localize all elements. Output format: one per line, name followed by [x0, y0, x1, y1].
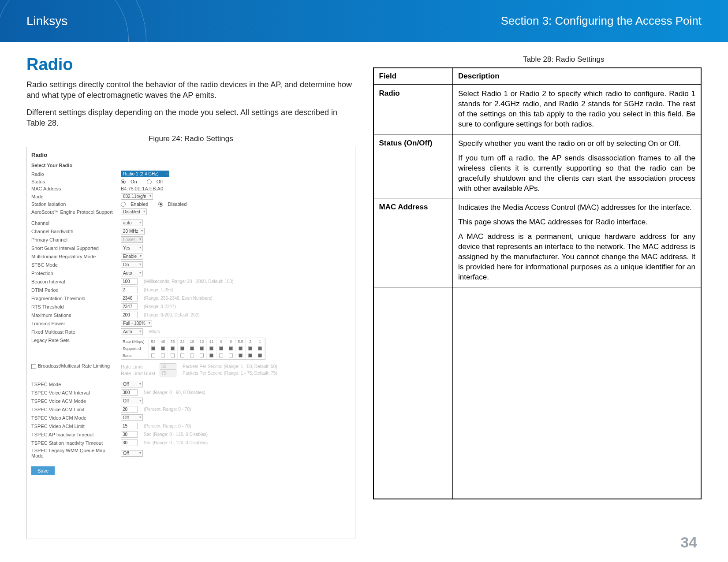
save-button[interactable]: Save — [31, 466, 55, 475]
ss-radio-select[interactable]: Radio 1 (2.4 GHz) — [121, 171, 169, 177]
ss-tspec-voice-acm-label: TSPEC Voice ACM Mode — [31, 398, 117, 404]
ss-rate-limit-input[interactable]: 50 — [160, 363, 176, 370]
page-number: 34 — [680, 534, 697, 551]
ss-heading: Radio — [31, 152, 351, 158]
ss-protection-select[interactable]: Auto — [121, 270, 143, 276]
ss-channel-select[interactable]: auto — [121, 220, 143, 226]
ss-channel-label: Channel — [31, 220, 117, 226]
ss-mac-label: MAC Address — [31, 186, 117, 191]
table-row-empty — [373, 287, 702, 499]
ss-frag-label: Fragmentation Threshold — [31, 296, 117, 301]
ss-tspec-ap-timeout-input[interactable]: 30 — [121, 431, 138, 438]
ss-sgi-select[interactable]: Yes — [121, 245, 143, 251]
ss-tspec-station-timeout-label: TSPEC Station Inactivity Timeout — [31, 440, 117, 446]
ss-tspec-voice-acmlimit-label: TSPEC Voice ACM Limit — [31, 407, 117, 412]
page-heading: Radio — [26, 55, 355, 74]
ss-tspec-voice-acm-select[interactable]: Off — [121, 398, 143, 404]
ss-beacon-label: Beacon Interval — [31, 279, 117, 284]
ss-status-off-radio[interactable] — [147, 179, 152, 184]
ss-txpower-select[interactable]: Full - 100% — [121, 320, 152, 327]
ss-tspec-voice-interval-input[interactable]: 300 — [121, 389, 138, 396]
field-status: Status (On/Off) — [373, 134, 453, 198]
ss-bandwidth-select[interactable]: 20 MHz — [121, 228, 145, 234]
left-column: Radio Radio settings directly control th… — [26, 55, 355, 539]
ss-protection-label: Protection — [31, 271, 117, 276]
ss-maxstations-input[interactable]: 200 — [121, 312, 138, 318]
radio-settings-table: Field Description Radio Select Radio 1 o… — [373, 67, 702, 499]
ss-aeroscout-label: AeroScout™ Engine Protocol Support — [31, 209, 117, 215]
table-row: MAC Address Indicates the Media Access C… — [373, 198, 702, 287]
ss-tspec-label: TSPEC Mode — [31, 382, 117, 387]
ss-tspec-video-acm-select[interactable]: Off — [121, 414, 143, 421]
th-description: Description — [453, 68, 702, 85]
ss-isolation-label: Station Isolation — [31, 201, 117, 207]
ss-sgi-label: Short Guard Interval Supported — [31, 246, 117, 251]
ss-tspec-station-timeout-input[interactable]: 30 — [121, 439, 138, 446]
ss-primary-channel-label: Primary Channel — [31, 237, 117, 242]
intro-paragraph-1: Radio settings directly control the beha… — [26, 79, 355, 101]
ss-tspec-select[interactable]: Off — [121, 381, 143, 387]
ss-tspec-voice-acmlimit-input[interactable]: 20 — [121, 406, 138, 413]
ss-subheading: Select Your Radio — [31, 163, 351, 168]
desc-radio: Select Radio 1 or Radio 2 to specify whi… — [453, 85, 702, 134]
ss-tspec-video-acm-label: TSPEC Video ACM Mode — [31, 415, 117, 421]
ss-stbc-select[interactable]: On — [121, 261, 143, 268]
ss-bandwidth-label: Channel Bandwidth — [31, 229, 117, 234]
ss-beacon-input[interactable]: 100 — [121, 278, 138, 285]
ss-rts-label: RTS Threshold — [31, 304, 117, 309]
intro-paragraph-2: Different settings display depending on … — [26, 107, 355, 129]
figure-radio-settings: Radio Select Your Radio RadioRadio 1 (2.… — [26, 147, 355, 539]
ss-stbc-label: STBC Mode — [31, 262, 117, 268]
ss-rate-supported-check[interactable] — [151, 346, 155, 350]
ss-multicast-rate-select[interactable]: Auto — [121, 328, 143, 335]
field-radio: Radio — [373, 85, 453, 134]
page-header: Linksys Section 3: Configuring the Acces… — [0, 0, 728, 42]
ss-tspec-legacy-wmm-select[interactable]: Off — [121, 450, 143, 457]
ss-rts-input[interactable]: 2347 — [121, 303, 138, 310]
field-mac: MAC Address — [373, 198, 453, 287]
ss-txpower-label: Transmit Power — [31, 321, 117, 326]
desc-mac: Indicates the Media Access Control (MAC)… — [453, 198, 702, 287]
section-title: Section 3: Configuring the Access Point — [501, 14, 702, 28]
ss-isolation-enabled[interactable] — [121, 202, 126, 207]
table-row: Radio Select Radio 1 or Radio 2 to speci… — [373, 85, 702, 134]
ss-mode-label: Mode — [31, 194, 117, 199]
ss-multicast-rate-label: Fixed Multicast Rate — [31, 329, 117, 335]
ss-dtim-input[interactable]: 2 — [121, 287, 138, 293]
ss-frag-input[interactable]: 2346 — [121, 295, 138, 301]
ss-rate-limit-burst-input[interactable]: 75 — [160, 370, 176, 376]
figure-caption: Figure 24: Radio Settings — [26, 134, 355, 143]
table-caption: Table 28: Radio Settings — [426, 55, 702, 64]
ss-maxstations-label: Maximum Stations — [31, 313, 117, 318]
right-column: Table 28: Radio Settings Field Descripti… — [373, 55, 702, 539]
ss-legacy-rates-table: Rate (Mbps)54483624181211965.521 Support… — [121, 338, 265, 360]
ss-tspec-legacy-wmm-label: TSPEC Legacy WMM Queue Map Mode — [31, 448, 117, 458]
table-header-row: Field Description — [373, 68, 702, 85]
ss-dtim-label: DTIM Period — [31, 287, 117, 293]
ss-tspec-video-acmlimit-label: TSPEC Video ACM Limit — [31, 424, 117, 429]
ss-mac-value: B4:75:0E:1A:EB:A0 — [121, 186, 163, 191]
ss-rate-basic-check[interactable] — [151, 354, 155, 357]
ss-status-on-radio[interactable] — [121, 179, 126, 184]
ss-tspec-ap-timeout-label: TSPEC AP Inactivity Timeout — [31, 432, 117, 437]
desc-status: Specify whether you want the radio on or… — [453, 134, 702, 198]
ss-mode-select[interactable]: 802.11b/g/n — [121, 193, 153, 200]
th-field: Field — [373, 68, 453, 85]
ss-status-label: Status — [31, 179, 117, 184]
ss-mdreg-label: Multidomain Regulatory Mode — [31, 254, 117, 259]
brand: Linksys — [26, 14, 67, 28]
ss-aeroscout-select[interactable]: Disabled — [121, 208, 147, 215]
ss-tspec-voice-interval-label: TSPEC Voice ACM Interval — [31, 390, 117, 395]
table-row: Status (On/Off) Specify whether you want… — [373, 134, 702, 198]
ss-isolation-disabled[interactable] — [158, 202, 163, 207]
header-arcs-decor — [0, 0, 154, 42]
ss-mdreg-select[interactable]: Enable — [121, 253, 143, 260]
ss-legacy-rates-label: Legacy Rate Sets — [31, 338, 117, 343]
ss-bml-label: Broadcast/Multicast Rate Limiting — [31, 363, 117, 369]
ss-primary-channel-select[interactable]: Lower — [121, 236, 143, 243]
ss-tspec-video-acmlimit-input[interactable]: 15 — [121, 423, 138, 429]
ss-bml-check[interactable] — [31, 364, 36, 369]
ss-radio-label: Radio — [31, 171, 117, 177]
